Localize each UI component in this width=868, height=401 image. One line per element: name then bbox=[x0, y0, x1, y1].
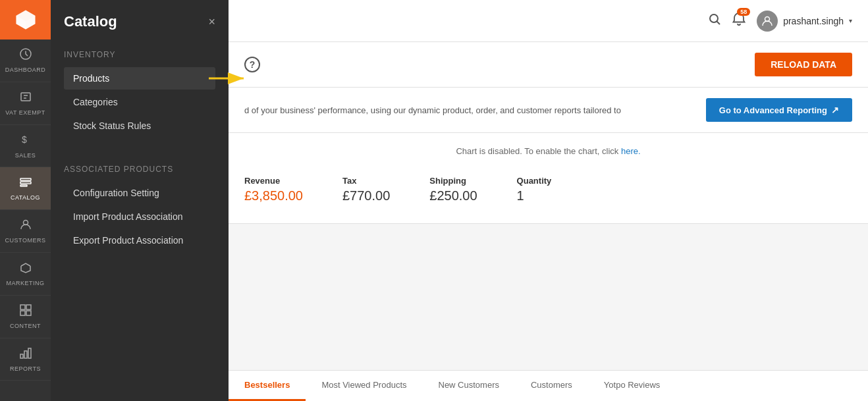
sidebar-item-marketing[interactable]: MARKETING bbox=[0, 253, 51, 296]
user-avatar-icon bbox=[757, 11, 778, 32]
svg-rect-3 bbox=[20, 178, 31, 180]
metric-shipping-label: Shipping bbox=[429, 176, 477, 186]
flyout-title: Catalog bbox=[64, 13, 117, 30]
svg-rect-1 bbox=[21, 93, 30, 101]
header-actions: 58 prashant.singh ▾ bbox=[708, 11, 852, 32]
flyout-close-button[interactable]: × bbox=[208, 15, 215, 29]
customers-icon bbox=[19, 218, 32, 234]
svg-rect-10 bbox=[26, 311, 31, 315]
tab-most-viewed-products[interactable]: Most Viewed Products bbox=[306, 371, 422, 401]
metrics-row: Revenue £3,850.00 Tax £770.00 Shipping £… bbox=[244, 169, 852, 210]
external-link-icon: ↗ bbox=[831, 105, 839, 115]
svg-rect-5 bbox=[20, 185, 27, 186]
reports-icon bbox=[19, 346, 32, 363]
sidebar-item-content[interactable]: CONTENT bbox=[0, 296, 51, 338]
metric-revenue: Revenue £3,850.00 bbox=[244, 176, 303, 203]
reload-data-button[interactable]: Reload Data bbox=[755, 53, 852, 76]
search-icon bbox=[708, 13, 721, 26]
vat-exempt-icon bbox=[19, 90, 32, 107]
metric-quantity: Quantity 1 bbox=[517, 176, 552, 203]
products-arrow-annotation bbox=[205, 70, 252, 86]
svg-rect-7 bbox=[20, 305, 25, 309]
svg-rect-11 bbox=[20, 354, 23, 358]
tab-yotpo-reviews[interactable]: Yotpo Reviews bbox=[588, 371, 676, 401]
svg-text:$: $ bbox=[22, 134, 27, 145]
chart-disabled-text: Chart is disabled. To enable the chart, … bbox=[456, 146, 618, 156]
page-toolbar: ? Reload Data bbox=[229, 42, 868, 88]
logo-area bbox=[0, 0, 51, 40]
magento-logo-icon bbox=[14, 8, 38, 32]
notification-badge: 58 bbox=[737, 8, 750, 16]
dashboard-icon bbox=[19, 47, 32, 64]
metric-tax: Tax £770.00 bbox=[342, 176, 390, 203]
user-menu[interactable]: prashant.singh ▾ bbox=[757, 11, 852, 32]
flyout-section-inventory-title: Inventory bbox=[64, 50, 215, 59]
flyout-item-stock-status-rules[interactable]: Stock Status Rules bbox=[64, 115, 215, 137]
sidebar-item-sales-label: SALES bbox=[15, 152, 36, 159]
sidebar-item-sales[interactable]: $ SALES bbox=[0, 125, 51, 168]
sidebar-item-reports-label: REPORTS bbox=[10, 365, 41, 373]
sidebar-item-marketing-label: MARKETING bbox=[6, 280, 44, 287]
chart-enable-link[interactable]: here. bbox=[621, 146, 641, 156]
sidebar-item-reports[interactable]: REPORTS bbox=[0, 338, 51, 381]
flyout-item-configuration-setting[interactable]: Configuration Setting bbox=[64, 182, 215, 204]
svg-rect-9 bbox=[20, 311, 25, 315]
sidebar-item-dashboard[interactable]: DASHBOARD bbox=[0, 40, 51, 82]
reporting-description-text: d of your business' performance, using o… bbox=[244, 105, 693, 115]
metric-tax-label: Tax bbox=[342, 176, 390, 186]
flyout-header: Catalog × bbox=[51, 13, 229, 43]
metric-shipping-value: £250.00 bbox=[429, 188, 477, 203]
advanced-reporting-button[interactable]: Go to Advanced Reporting ↗ bbox=[706, 98, 852, 122]
flyout-item-wrapper-products: Products bbox=[64, 67, 215, 90]
sidebar-nav: DASHBOARD VAT EXEMPT $ SALES CATALOG CUS… bbox=[0, 0, 51, 401]
metric-shipping: Shipping £250.00 bbox=[429, 176, 477, 203]
sidebar-item-dashboard-label: DASHBOARD bbox=[5, 67, 46, 74]
main-content: 58 prashant.singh ▾ ? Reload Data d of bbox=[229, 0, 868, 401]
flyout-panel: Catalog × Inventory Products Categories … bbox=[51, 0, 229, 401]
notification-button[interactable]: 58 bbox=[732, 12, 746, 30]
marketing-icon bbox=[19, 261, 32, 277]
reporting-section: d of your business' performance, using o… bbox=[229, 88, 868, 133]
chart-section: Chart is disabled. To enable the chart, … bbox=[229, 133, 868, 224]
sidebar-item-vat-exempt[interactable]: VAT EXEMPT bbox=[0, 82, 51, 125]
svg-line-17 bbox=[717, 22, 720, 25]
sales-icon: $ bbox=[19, 133, 32, 149]
search-button[interactable] bbox=[708, 13, 721, 29]
metric-revenue-value: £3,850.00 bbox=[244, 188, 303, 203]
sidebar-item-vat-exempt-label: VAT EXEMPT bbox=[5, 109, 45, 117]
chart-disabled-message: Chart is disabled. To enable the chart, … bbox=[244, 146, 852, 156]
svg-rect-12 bbox=[24, 351, 27, 358]
tabs-section: Bestsellers Most Viewed Products New Cus… bbox=[229, 370, 868, 401]
flyout-item-import-product-association[interactable]: Import Product Association bbox=[64, 205, 215, 228]
flyout-section-associated-products: Associated Products Configuration Settin… bbox=[51, 158, 229, 253]
metric-tax-value: £770.00 bbox=[342, 188, 390, 203]
content-body: ? Reload Data d of your business' perfor… bbox=[229, 42, 868, 401]
metric-revenue-label: Revenue bbox=[244, 176, 303, 186]
metric-quantity-label: Quantity bbox=[517, 176, 552, 186]
sidebar-item-content-label: CONTENT bbox=[10, 323, 41, 330]
tab-new-customers[interactable]: New Customers bbox=[423, 371, 515, 401]
top-header: 58 prashant.singh ▾ bbox=[229, 0, 868, 42]
flyout-item-products[interactable]: Products bbox=[64, 67, 215, 90]
tab-customers[interactable]: Customers bbox=[515, 371, 588, 401]
flyout-section-associated-products-title: Associated Products bbox=[64, 165, 215, 174]
sidebar-item-catalog-label: CATALOG bbox=[11, 194, 40, 201]
tab-bestsellers[interactable]: Bestsellers bbox=[229, 371, 306, 401]
sidebar-item-customers-label: CUSTOMERS bbox=[5, 237, 46, 244]
catalog-icon bbox=[19, 175, 32, 192]
user-menu-chevron-icon: ▾ bbox=[849, 17, 852, 24]
svg-rect-13 bbox=[28, 348, 31, 358]
svg-point-16 bbox=[710, 14, 718, 22]
advanced-reporting-label: Go to Advanced Reporting bbox=[719, 105, 827, 115]
flyout-item-export-product-association[interactable]: Export Product Association bbox=[64, 229, 215, 252]
content-icon bbox=[19, 304, 32, 320]
flyout-item-categories[interactable]: Categories bbox=[64, 91, 215, 113]
user-name-label: prashant.singh bbox=[783, 16, 844, 26]
metric-quantity-value: 1 bbox=[517, 188, 552, 203]
flyout-section-inventory: Inventory Products Categories Stock Stat… bbox=[51, 43, 229, 138]
svg-rect-4 bbox=[20, 182, 31, 184]
svg-rect-8 bbox=[26, 305, 31, 309]
sidebar-item-catalog[interactable]: CATALOG bbox=[0, 167, 51, 210]
sidebar-item-customers[interactable]: CUSTOMERS bbox=[0, 210, 51, 253]
